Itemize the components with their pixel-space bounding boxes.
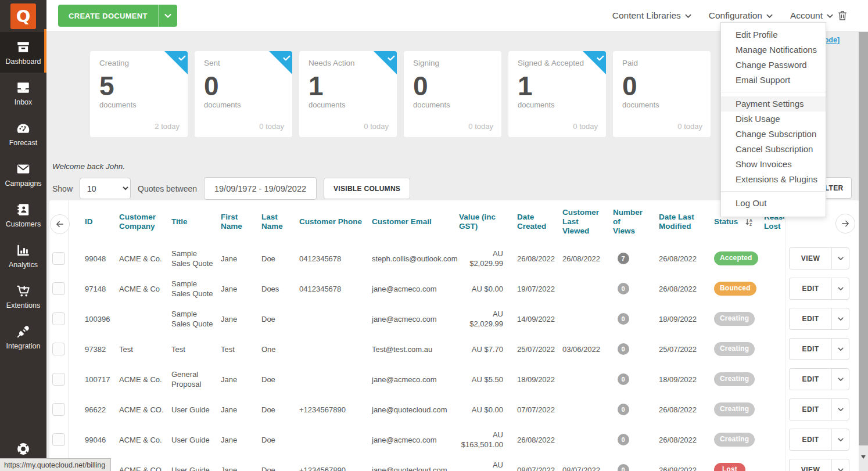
sidebar-item-analytics[interactable]: Analytics: [0, 235, 46, 276]
row-action-button[interactable]: VIEW: [789, 459, 849, 471]
table-row: 100717ACME & Co.General ProposalJaneDoej…: [49, 364, 784, 394]
row-checkbox[interactable]: [52, 252, 65, 265]
column-header-email[interactable]: Customer Email: [371, 217, 458, 226]
column-header-title[interactable]: Title: [170, 217, 220, 226]
row-action-button[interactable]: EDIT: [789, 308, 849, 330]
chevron-down-icon[interactable]: [831, 278, 849, 299]
row-checkbox[interactable]: [52, 312, 65, 325]
vertical-scrollbar[interactable]: [859, 32, 868, 471]
menu-item-show-invoices[interactable]: Show Invoices: [721, 157, 826, 172]
menu-item-change-password[interactable]: Change Password: [721, 57, 826, 73]
row-action-label[interactable]: EDIT: [790, 278, 831, 299]
menu-item-log-out[interactable]: Log Out: [721, 196, 826, 211]
row-action-label[interactable]: VIEW: [790, 459, 831, 471]
chevron-down-icon[interactable]: [831, 399, 849, 420]
row-action-button[interactable]: EDIT: [789, 368, 849, 390]
sort-alpha-down-icon[interactable]: AZ: [745, 218, 754, 226]
menu-item-edit-profile[interactable]: Edit Profile: [721, 27, 826, 42]
status-card-signed-accepted[interactable]: Signed & Accepted1documents0 today: [508, 51, 606, 137]
nav-item-configuration[interactable]: Configuration: [709, 10, 773, 21]
cell-title: General Proposal: [170, 369, 220, 389]
column-header-company[interactable]: Customer Company: [118, 213, 170, 231]
date-range-input[interactable]: [204, 177, 317, 200]
status-card-needs-action[interactable]: Needs Action1documents0 today: [299, 51, 397, 137]
scrollbar-thumb[interactable]: [859, 32, 868, 445]
column-header-date_modified[interactable]: Date Last Modified: [644, 213, 711, 231]
sidebar-item-inbox[interactable]: Inbox: [0, 73, 46, 113]
column-header-last_name[interactable]: Last Name: [260, 213, 298, 231]
scrollbar-down-arrow-icon[interactable]: [861, 455, 866, 459]
row-action-label[interactable]: EDIT: [790, 339, 831, 359]
menu-item-disk-usage[interactable]: Disk Usage: [721, 112, 826, 127]
chevron-down-icon[interactable]: [831, 459, 849, 471]
cell-last_viewed: 03/06/2022: [559, 344, 606, 354]
row-action-button[interactable]: EDIT: [789, 338, 849, 360]
column-header-last_viewed[interactable]: Customer Last Viewed: [559, 208, 606, 236]
sidebar-item-label: Campaigns: [5, 179, 41, 188]
check-icon: [388, 53, 395, 63]
chevron-down-icon[interactable]: [831, 429, 849, 450]
menu-item-extensions-plugins[interactable]: Extensions & Plugins: [721, 172, 826, 187]
chevron-down-icon[interactable]: [831, 308, 849, 329]
sidebar-item-label: Customers: [6, 220, 41, 228]
row-checkbox[interactable]: [52, 343, 65, 355]
status-card-sent[interactable]: Sent0documents0 today: [195, 51, 292, 137]
menu-item-payment-settings[interactable]: Payment Settings: [721, 96, 826, 112]
column-header-id[interactable]: ID: [69, 217, 118, 226]
column-header-status[interactable]: StatusAZ: [711, 217, 760, 226]
column-header-views[interactable]: Number of Views: [606, 208, 644, 236]
status-card-creating[interactable]: Creating5documents2 today: [90, 51, 188, 137]
sidebar-item-campaigns[interactable]: Campaigns: [0, 154, 46, 195]
row-checkbox[interactable]: [52, 403, 65, 416]
menu-item-cancel-subscription[interactable]: Cancel Subscription: [721, 142, 826, 157]
row-action-button[interactable]: EDIT: [789, 278, 849, 300]
scroll-columns-left-button[interactable]: [50, 214, 70, 234]
menu-item-manage-notifications[interactable]: Manage Notifications: [721, 42, 826, 57]
cell-value: AU $0.00: [458, 284, 510, 294]
chevron-down-icon[interactable]: [831, 369, 849, 390]
row-checkbox[interactable]: [52, 373, 65, 386]
row-action-label[interactable]: EDIT: [790, 308, 831, 329]
card-ribbon: [374, 51, 397, 74]
column-header-value[interactable]: Value (inc GST): [458, 213, 510, 231]
nav-item-account[interactable]: Account: [790, 10, 833, 21]
menu-item-email-support[interactable]: Email Support: [721, 73, 826, 88]
app-logo[interactable]: Q: [0, 0, 46, 32]
trash-icon[interactable]: [837, 9, 848, 22]
row-action-label[interactable]: VIEW: [790, 248, 831, 269]
column-header-first_name[interactable]: First Name: [220, 213, 260, 231]
sidebar-item-forecast[interactable]: Forecast: [0, 113, 46, 154]
create-document-label[interactable]: CREATE DOCUMENT: [58, 5, 158, 27]
sidebar-item-dashboard[interactable]: Dashboard: [0, 32, 46, 73]
sidebar-item-customers[interactable]: Customers: [0, 195, 46, 235]
row-action-button[interactable]: EDIT: [789, 429, 849, 451]
status-card-signing[interactable]: Signing0documents0 today: [404, 51, 501, 137]
row-action-label[interactable]: EDIT: [790, 399, 831, 420]
nav-item-content-libraries[interactable]: Content Libraries: [612, 10, 691, 21]
row-action-label[interactable]: EDIT: [790, 429, 831, 450]
chevron-down-icon[interactable]: [831, 339, 849, 359]
column-header-date_created[interactable]: Date Created: [510, 213, 559, 231]
chevron-down-icon[interactable]: [158, 5, 177, 27]
row-checkbox[interactable]: [52, 433, 65, 446]
scroll-columns-right-button[interactable]: [835, 214, 855, 233]
quotes-table: IDCustomer CompanyTitleFirst NameLast Na…: [49, 200, 784, 471]
menu-item-change-subscription[interactable]: Change Subscription: [721, 127, 826, 142]
show-count-select[interactable]: 10: [80, 178, 131, 199]
chevron-down-icon[interactable]: [831, 248, 849, 269]
sidebar-item-integration[interactable]: Integration: [0, 317, 46, 357]
cell-phone: 0412345678: [298, 254, 371, 264]
row-action-label[interactable]: EDIT: [790, 369, 831, 390]
row-action-button[interactable]: VIEW: [789, 247, 849, 269]
row-checkbox[interactable]: [52, 282, 65, 295]
column-header-phone[interactable]: Customer Phone: [298, 217, 371, 226]
cell-company: ACME & Co: [118, 284, 170, 294]
visible-columns-button[interactable]: VISIBLE COLUMNS: [324, 178, 410, 199]
cell-value: AU $7.70: [458, 344, 510, 354]
sidebar-item-extentions[interactable]: Extentions: [0, 276, 46, 317]
create-document-button[interactable]: CREATE DOCUMENT: [58, 5, 177, 27]
cell-company: ACME & CO.: [118, 465, 170, 471]
table-row: 99046ACME & Co.User GuideJaneDoejane@acm…: [49, 425, 784, 455]
row-action-button[interactable]: EDIT: [789, 398, 849, 420]
status-card-paid[interactable]: Paid0documents0 today: [613, 51, 711, 137]
